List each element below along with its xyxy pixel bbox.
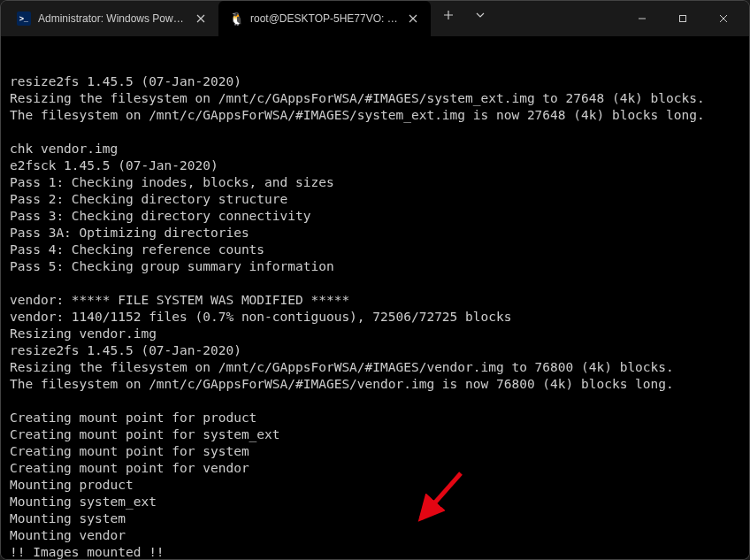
- terminal-line: e2fsck 1.45.5 (07-Jan-2020): [10, 157, 740, 174]
- terminal-line: vendor: ***** FILE SYSTEM WAS MODIFIED *…: [10, 292, 740, 309]
- terminal-line: !! Images mounted !!: [10, 544, 740, 559]
- terminal-line: [10, 275, 740, 292]
- close-icon[interactable]: [406, 12, 420, 26]
- terminal-line: Pass 4: Checking reference counts: [10, 242, 740, 258]
- close-icon[interactable]: [194, 12, 208, 26]
- terminal-line: chk vendor.img: [10, 141, 740, 157]
- window-controls: [622, 1, 744, 36]
- tab-label: Administrator: Windows PowerShell: [38, 12, 187, 25]
- svg-rect-0: [680, 16, 686, 22]
- close-window-button[interactable]: [703, 1, 744, 36]
- terminal-line: Mounting system: [10, 510, 740, 527]
- terminal-line: resize2fs 1.45.5 (07-Jan-2020): [10, 342, 740, 359]
- terminal-line: Creating mount point for system: [10, 443, 740, 460]
- powershell-icon: >_: [17, 12, 31, 26]
- terminal-line: Mounting system_ext: [10, 494, 740, 510]
- terminal-line: Pass 3: Checking directory connectivity: [10, 208, 740, 225]
- tab-linux[interactable]: 🐧 root@DESKTOP-5HE77VO: /mnt: [218, 1, 431, 36]
- minimize-button[interactable]: [622, 1, 662, 36]
- terminal-line: vendor: 1140/1152 files (0.7% non-contig…: [10, 309, 740, 326]
- terminal-line: Pass 1: Checking inodes, blocks, and siz…: [10, 174, 740, 191]
- terminal-line: Resizing the filesystem on /mnt/c/GAppsF…: [10, 90, 740, 107]
- terminal-line: Resizing vendor.img: [10, 326, 740, 342]
- terminal-line: resize2fs 1.45.5 (07-Jan-2020): [10, 73, 740, 90]
- terminal-line: Pass 3A: Optimizing directories: [10, 225, 740, 242]
- tab-powershell[interactable]: >_ Administrator: Windows PowerShell: [6, 1, 218, 36]
- tab-label: root@DESKTOP-5HE77VO: /mnt: [250, 12, 399, 25]
- tux-icon: 🐧: [229, 12, 243, 26]
- titlebar: >_ Administrator: Windows PowerShell 🐧 r…: [1, 1, 749, 36]
- terminal-line: Creating mount point for system_ext: [10, 426, 740, 443]
- terminal-line: Pass 5: Checking group summary informati…: [10, 258, 740, 275]
- terminal-line: Mounting vendor: [10, 527, 740, 544]
- terminal-output[interactable]: resize2fs 1.45.5 (07-Jan-2020)Resizing t…: [1, 36, 749, 559]
- terminal-line: Pass 2: Checking directory structure: [10, 191, 740, 208]
- terminal-line: The filesystem on /mnt/c/GAppsForWSA/#IM…: [10, 376, 740, 393]
- terminal-line: [10, 393, 740, 410]
- maximize-button[interactable]: [662, 1, 703, 36]
- terminal-line: Creating mount point for product: [10, 410, 740, 426]
- terminal-line: [10, 124, 740, 141]
- terminal-line: The filesystem on /mnt/c/GAppsForWSA/#IM…: [10, 107, 740, 124]
- terminal-line: Resizing the filesystem on /mnt/c/GAppsF…: [10, 359, 740, 376]
- new-tab-button[interactable]: [434, 1, 463, 29]
- terminal-line: Creating mount point for vendor: [10, 460, 740, 477]
- terminal-line: Mounting product: [10, 477, 740, 494]
- tab-strip: >_ Administrator: Windows PowerShell 🐧 r…: [6, 1, 622, 36]
- tab-dropdown-button[interactable]: [466, 1, 494, 29]
